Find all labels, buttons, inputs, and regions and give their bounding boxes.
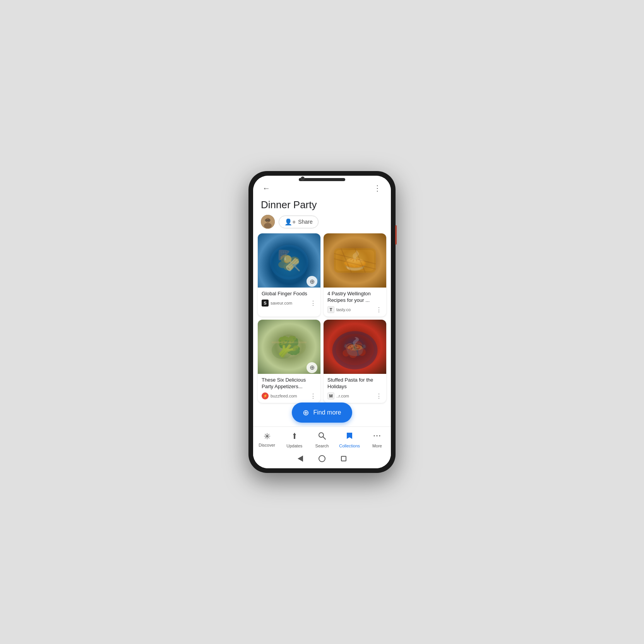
svg-point-31: [374, 435, 375, 437]
svg-point-11: [278, 261, 287, 268]
updates-icon: [290, 432, 299, 442]
card-image-pasta: 🍲: [324, 320, 386, 374]
phone-screen: ← ⋮ Dinner Party: [253, 176, 391, 468]
card-menu-1[interactable]: ⋮: [310, 300, 317, 307]
system-recent-button[interactable]: [341, 456, 346, 461]
save-overlay-1[interactable]: ⊕: [307, 276, 317, 287]
svg-point-29: [319, 433, 324, 437]
user-row: 👤+ Share: [261, 215, 383, 229]
card-wellington[interactable]: 🥧: [324, 233, 386, 317]
nav-item-discover[interactable]: ✳ Discover: [253, 430, 281, 450]
svg-point-33: [379, 435, 380, 437]
nav-item-more[interactable]: More: [363, 430, 391, 450]
scroll-inner: ← ⋮ Dinner Party: [253, 176, 391, 426]
card-source-2: T tasty.co ⋮: [327, 306, 382, 313]
card-appetizers[interactable]: 🥦 ⊕ These Six Delicious Party: [258, 320, 320, 403]
source-logo-4: M: [327, 392, 334, 399]
find-more-button[interactable]: ⊕ Find more: [292, 402, 352, 423]
app-area: ← ⋮ Dinner Party: [253, 176, 391, 426]
card-body-2: 4 Pastry Wellington Recipes for your ...…: [324, 288, 386, 317]
avatar: [261, 215, 275, 229]
share-icon: 👤+: [284, 218, 296, 226]
discover-icon: ✳: [264, 432, 271, 442]
back-button[interactable]: ←: [261, 182, 272, 194]
card-image-wellington: 🥧: [324, 233, 386, 288]
nav-label-discover: Discover: [259, 443, 275, 447]
card-body-3: These Six Delicious Party Appetizers... …: [258, 374, 320, 403]
nav-item-collections[interactable]: Collections: [336, 430, 363, 450]
screen-content: ← ⋮ Dinner Party: [253, 176, 391, 468]
card-title-1: Global Finger Foods: [262, 291, 317, 297]
card-source-3: ⚡ buzzfeed.com ⋮: [262, 392, 317, 400]
save-overlay-3[interactable]: ⊕: [307, 362, 317, 373]
find-more-icon: ⊕: [303, 408, 309, 417]
collections-icon: [345, 432, 354, 442]
page-title: Dinner Party: [261, 199, 383, 211]
phone-frame: ← ⋮ Dinner Party: [248, 171, 396, 473]
source-info-2: T tasty.co: [327, 306, 351, 313]
avatar-image: [261, 215, 275, 229]
svg-line-30: [323, 437, 325, 439]
source-info-4: M ..r.com: [327, 392, 349, 399]
system-home-button[interactable]: [319, 455, 325, 462]
more-options-button[interactable]: ⋮: [372, 182, 383, 194]
search-icon: [318, 432, 326, 442]
card-menu-2[interactable]: ⋮: [376, 306, 382, 313]
nav-label-search: Search: [315, 444, 329, 448]
source-logo-2: T: [327, 306, 334, 313]
card-finger-foods[interactable]: 🍢: [258, 233, 320, 317]
source-info-3: ⚡ buzzfeed.com: [262, 392, 297, 399]
nav-item-updates[interactable]: Updates: [281, 430, 308, 450]
source-info-1: S saveur.com: [262, 300, 292, 307]
card-source-1: S saveur.com ⋮: [262, 300, 317, 307]
system-nav: [253, 451, 391, 468]
more-icon: [373, 432, 381, 442]
bottom-nav: ✳ Discover Updates: [253, 426, 391, 451]
source-name-1: saveur.com: [271, 301, 292, 305]
source-logo-1: S: [262, 300, 269, 307]
source-name-4: ..r.com: [336, 394, 349, 398]
header: ← ⋮: [253, 176, 391, 197]
card-pasta[interactable]: 🍲: [324, 320, 386, 403]
nav-item-search[interactable]: Search: [308, 430, 336, 450]
card-menu-4[interactable]: ⋮: [376, 392, 382, 400]
card-title-3: These Six Delicious Party Appetizers...: [262, 377, 317, 390]
svg-point-2: [264, 223, 272, 228]
svg-point-32: [377, 435, 378, 437]
system-back-button[interactable]: [298, 456, 303, 462]
card-title-2: 4 Pastry Wellington Recipes for your ...: [327, 291, 382, 304]
phone-side-button: [395, 225, 397, 245]
card-source-4: M ..r.com ⋮: [327, 392, 382, 400]
share-button[interactable]: 👤+ Share: [279, 216, 319, 228]
source-name-3: buzzfeed.com: [271, 394, 297, 398]
share-label: Share: [298, 219, 312, 225]
nav-label-more: More: [372, 444, 382, 448]
svg-point-28: [336, 334, 374, 365]
title-section: Dinner Party: [253, 197, 391, 233]
card-title-4: Stuffed Pasta for the Holidays: [327, 377, 382, 390]
svg-point-7: [272, 247, 306, 277]
source-logo-3: ⚡: [262, 392, 269, 399]
nav-label-collections: Collections: [339, 444, 360, 448]
card-body-1: Global Finger Foods S saveur.com ⋮: [258, 288, 320, 310]
card-menu-3[interactable]: ⋮: [310, 392, 317, 400]
source-name-2: tasty.co: [336, 307, 351, 312]
card-body-4: Stuffed Pasta for the Holidays M ..r.com…: [324, 374, 386, 403]
content-grid: 🍢: [253, 233, 391, 411]
nav-label-updates: Updates: [286, 444, 302, 448]
svg-rect-21: [272, 341, 307, 343]
svg-point-9: [289, 257, 299, 264]
find-more-label: Find more: [313, 409, 341, 416]
